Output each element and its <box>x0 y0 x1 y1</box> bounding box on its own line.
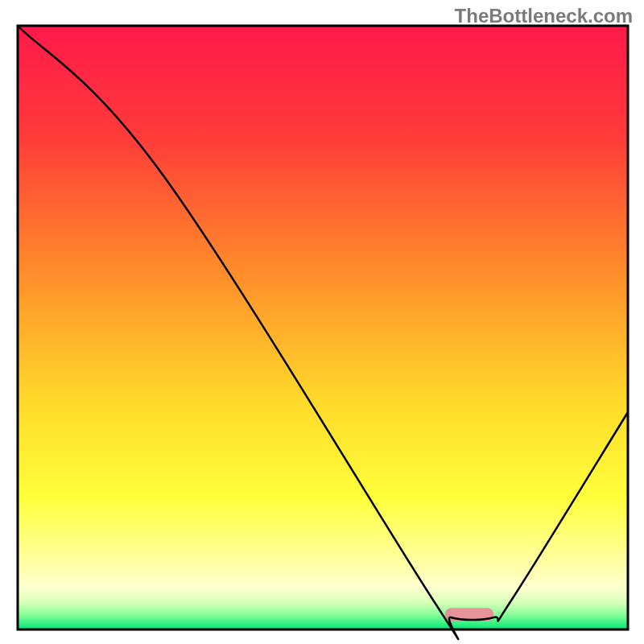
plot-background <box>18 26 628 630</box>
bottleneck-chart <box>0 0 644 644</box>
chart-container: TheBottleneck.com <box>0 0 644 644</box>
watermark-label: TheBottleneck.com <box>455 5 633 27</box>
